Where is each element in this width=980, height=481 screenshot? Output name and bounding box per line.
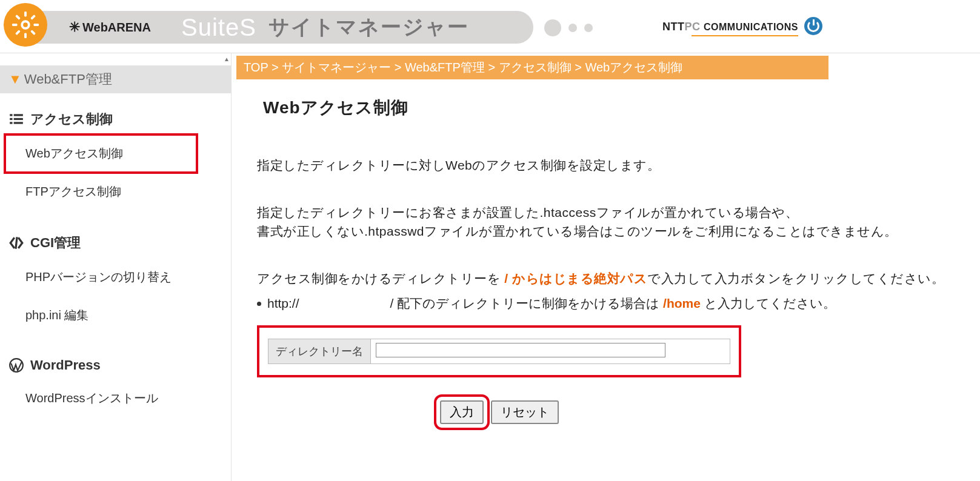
nttpc-logo: NTTPC COMMUNICATIONS	[662, 21, 798, 33]
triangle-down-icon: ▼	[8, 71, 22, 87]
sidebar-section-header[interactable]: ▼Web&FTP管理	[0, 65, 231, 93]
sidebar: ▲ ▼Web&FTP管理 アクセス制御 Webアクセス制御 FTPアクセス制御 …	[0, 53, 232, 481]
svg-rect-11	[14, 114, 23, 116]
nttpc-ntt: NTT	[662, 21, 685, 33]
sidebar-group-title-access[interactable]: アクセス制御	[0, 99, 231, 134]
gear-icon	[11, 10, 40, 39]
breadcrumb-item[interactable]: サイトマネージャー	[282, 61, 391, 74]
paragraph-warning-line1: 指定したディレクトリーにお客さまが設置した.htaccessファイルが置かれてい…	[257, 203, 953, 222]
power-icon[interactable]	[804, 17, 822, 35]
svg-rect-15	[14, 122, 23, 124]
svg-rect-8	[30, 30, 36, 35]
directory-form-row: ディレクトリー名	[268, 339, 730, 364]
directory-input-cell	[371, 339, 730, 363]
svg-line-16	[16, 237, 17, 249]
sidebar-item-label: WordPressインストール	[25, 391, 158, 405]
header-dots	[544, 19, 593, 36]
brand-suites: SuiteS	[181, 14, 256, 41]
breadcrumb-item[interactable]: Web&FTP管理	[405, 61, 485, 74]
button-row: 入力 リセット	[257, 400, 741, 424]
sidebar-item-label: FTPアクセス制御	[25, 185, 121, 198]
webarena-text: WebARENA	[82, 21, 151, 35]
bullet-mid: / 配下のディレクトリーに制御をかける場合は	[390, 296, 664, 310]
breadcrumb-sep: >	[391, 61, 405, 74]
instruction-highlight: / からはじまる絶対パス	[504, 271, 647, 285]
directory-form-box: ディレクトリー名	[257, 325, 741, 377]
svg-rect-4	[33, 24, 39, 26]
svg-rect-2	[24, 33, 27, 38]
sidebar-group-wordpress: WordPress WordPressインストール	[0, 340, 231, 423]
code-icon	[8, 235, 24, 251]
header-pill: ✳ WebARENA SuiteS サイトマネージャー	[6, 11, 533, 44]
webarena-logo: ✳ WebARENA	[69, 19, 151, 35]
paragraph-warning: 指定したディレクトリーにお客さまが設置した.htaccessファイルが置かれてい…	[257, 203, 953, 241]
sidebar-group-title-cgi[interactable]: CGI管理	[0, 223, 231, 258]
svg-rect-3	[12, 24, 18, 26]
bullet-home: /home	[663, 296, 701, 310]
instruction-post: で入力して入力ボタンをクリックしてください。	[647, 271, 944, 285]
bullet-tail: と入力してください。	[701, 296, 836, 310]
breadcrumb-sep: >	[485, 61, 499, 74]
sidebar-item-label: php.ini 編集	[25, 308, 89, 322]
sidebar-item-web-access[interactable]: Webアクセス制御	[0, 134, 231, 173]
main-content: Webアクセス制御 指定したディレクトリーに対しWebのアクセス制御を設定します…	[236, 79, 980, 424]
sidebar-group-cgi: CGI管理 PHPバージョンの切り替え php.ini 編集	[0, 217, 231, 340]
list-icon	[8, 111, 24, 127]
sidebar-item-label: PHPバージョンの切り替え	[25, 270, 172, 284]
sidebar-item-label: Webアクセス制御	[25, 147, 123, 160]
breadcrumb: TOP > サイトマネージャー > Web&FTP管理 > アクセス制御 > W…	[236, 56, 828, 79]
sidebar-group-label: WordPress	[30, 357, 101, 373]
sidebar-scroll-up-icon[interactable]: ▲	[222, 53, 232, 64]
svg-rect-1	[24, 11, 27, 16]
bullet-example: http:/// 配下のディレクトリーに制御をかける場合は /home と入力し…	[257, 295, 953, 312]
breadcrumb-item[interactable]: Webアクセス制御	[585, 61, 682, 74]
bullet-http: http://	[267, 296, 299, 310]
gear-logo	[4, 3, 47, 47]
svg-rect-7	[15, 15, 21, 20]
paragraph-warning-line2: 書式が正しくない.htpasswdファイルが置かれている場合はこのツールをご利用…	[257, 222, 953, 241]
sidebar-item-php-ini[interactable]: php.ini 編集	[0, 296, 231, 334]
directory-input[interactable]	[376, 343, 665, 357]
sidebar-group-access: アクセス制御 Webアクセス制御 FTPアクセス制御	[0, 93, 231, 217]
breadcrumb-sep: >	[268, 61, 282, 74]
sidebar-item-php-version[interactable]: PHPバージョンの切り替え	[0, 258, 231, 296]
sidebar-group-title-wordpress[interactable]: WordPress	[0, 347, 231, 379]
dot-icon	[544, 19, 561, 36]
page-title: Webアクセス制御	[263, 96, 953, 119]
header: ✳ WebARENA SuiteS サイトマネージャー NTTPC COMMUN…	[0, 0, 980, 53]
svg-rect-5	[30, 15, 36, 20]
dot-icon	[568, 24, 577, 32]
breadcrumb-sep: >	[572, 61, 585, 74]
submit-button[interactable]: 入力	[440, 400, 484, 424]
main: TOP > サイトマネージャー > Web&FTP管理 > アクセス制御 > W…	[232, 53, 980, 481]
sidebar-item-wordpress-install[interactable]: WordPressインストール	[0, 379, 231, 417]
nttpc-underline	[692, 35, 798, 36]
paragraph-intro: 指定したディレクトリーに対しWebのアクセス制御を設定します。	[257, 156, 953, 175]
svg-rect-10	[10, 114, 12, 116]
sidebar-section-title: Web&FTP管理	[24, 71, 112, 87]
svg-rect-12	[10, 118, 12, 120]
wordpress-icon	[8, 357, 24, 373]
instruction-pre: アクセス制御をかけるディレクトリーを	[257, 271, 504, 285]
nttpc-pc: PC	[684, 21, 700, 33]
breadcrumb-item[interactable]: アクセス制御	[499, 61, 572, 74]
svg-rect-6	[15, 30, 21, 35]
svg-rect-14	[10, 122, 12, 124]
webarena-mark-icon: ✳	[69, 19, 80, 35]
svg-point-9	[23, 22, 28, 27]
svg-rect-13	[14, 118, 23, 120]
sidebar-group-label: アクセス制御	[30, 110, 113, 128]
sidebar-group-label: CGI管理	[30, 234, 81, 252]
directory-label: ディレクトリー名	[268, 339, 371, 363]
reset-button[interactable]: リセット	[491, 400, 559, 424]
nttpc-comm: COMMUNICATIONS	[704, 22, 798, 32]
dot-icon	[584, 24, 593, 32]
sidebar-item-ftp-access[interactable]: FTPアクセス制御	[0, 173, 231, 211]
paragraph-instruction: アクセス制御をかけるディレクトリーを / からはじまる絶対パスで入力して入力ボタ…	[257, 269, 953, 288]
bullet-icon	[257, 302, 261, 306]
breadcrumb-item[interactable]: TOP	[244, 61, 268, 74]
brand-sitemanager: サイトマネージャー	[268, 13, 469, 41]
